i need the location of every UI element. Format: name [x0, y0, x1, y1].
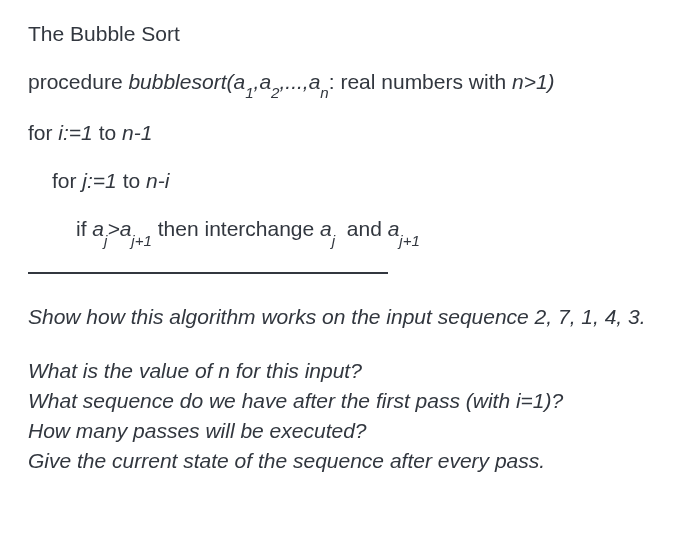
question-1: What is the value of n for this input?	[28, 356, 672, 386]
inner-for-line: for j:=1 to n-i	[28, 169, 672, 193]
sub-j4: j+1	[399, 232, 420, 249]
sub-1: 1	[245, 84, 253, 101]
proc-name: bubblesort(a	[128, 70, 245, 93]
sub-2: 2	[271, 84, 279, 101]
proc-tail: : real numbers with	[329, 70, 512, 93]
divider-line	[28, 272, 388, 274]
procedure-line: procedure bubblesort(a1,a2,...,an: real …	[28, 70, 672, 97]
sep2: ,...,a	[279, 70, 320, 93]
inner-var: j:=1	[82, 169, 116, 192]
if-line: if aj>aj+1 then interchange aj and aj+1	[28, 217, 672, 244]
then-text: then interchange	[152, 217, 320, 240]
sub-j2: j+1	[131, 232, 152, 249]
inner-lim: n-i	[146, 169, 169, 192]
gt: >a	[107, 217, 131, 240]
sub-n: n	[320, 84, 328, 101]
kw-procedure: procedure	[28, 70, 128, 93]
question-3: How many passes will be executed?	[28, 416, 672, 446]
question-4: Give the current state of the sequence a…	[28, 446, 672, 476]
kw-for-inner: for	[52, 169, 82, 192]
outer-var: i:=1	[58, 121, 92, 144]
kw-to-inner: to	[117, 169, 146, 192]
sub-j3: j	[332, 232, 335, 249]
kw-for-outer: for	[28, 121, 58, 144]
kw-if: if	[76, 217, 92, 240]
proc-cond: n>1)	[512, 70, 555, 93]
sep1: ,a	[254, 70, 272, 93]
page-title: The Bubble Sort	[28, 22, 672, 46]
outer-for-line: for i:=1 to n-1	[28, 121, 672, 145]
sub-j1: j	[104, 232, 107, 249]
kw-to-outer: to	[93, 121, 122, 144]
aj4: a	[388, 217, 400, 240]
and-text: and	[335, 217, 388, 240]
aj3: a	[320, 217, 332, 240]
document-page: The Bubble Sort procedure bubblesort(a1,…	[0, 0, 700, 495]
aj1: a	[92, 217, 104, 240]
question-2: What sequence do we have after the first…	[28, 386, 672, 416]
question-intro: Show how this algorithm works on the inp…	[28, 302, 672, 332]
outer-lim: n-1	[122, 121, 152, 144]
